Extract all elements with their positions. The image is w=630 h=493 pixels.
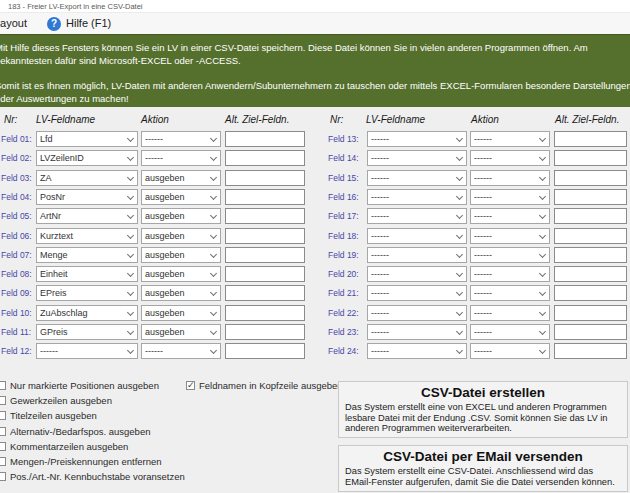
aktion-select[interactable]: ausgeben	[141, 305, 221, 321]
option-checkbox-label[interactable]: Gewerkzeilen ausgeben	[10, 395, 112, 407]
lv-feldname-select[interactable]: ------	[367, 228, 467, 244]
aktion-select[interactable]: ------	[470, 228, 550, 244]
feldnamen-kopfzeile-checkbox[interactable]	[186, 381, 195, 390]
option-checkbox-label[interactable]: Pos./Art.-Nr. Kennbuchstabe voransetzen	[10, 471, 185, 483]
lv-feldname-select[interactable]: ------	[367, 170, 467, 186]
lv-feldname-select[interactable]: ------	[367, 324, 467, 340]
option-checkbox-label[interactable]: Alternativ-/Bedarfspos. ausgeben	[10, 426, 150, 438]
lv-feldname-select[interactable]: Einheit	[36, 266, 138, 282]
aktion-select[interactable]: ------	[470, 324, 550, 340]
lv-feldname-select[interactable]: EPreis	[36, 285, 138, 301]
alt-ziel-feldname-input[interactable]	[554, 131, 627, 147]
aktion-select[interactable]: ausgeben	[141, 208, 221, 224]
alt-ziel-feldname-input[interactable]	[225, 266, 305, 282]
aktion-select[interactable]: ------	[470, 170, 550, 186]
email-csv-title: CSV-Datei per EMail versenden	[339, 449, 627, 464]
feldnamen-kopfzeile-label[interactable]: Feldnamen in Kopfzeile ausgeben	[199, 380, 343, 392]
field-row: Feld 05: ArtNr ausgeben	[0, 208, 310, 224]
aktion-select[interactable]: ausgeben	[141, 285, 221, 301]
aktion-select[interactable]: ausgeben	[141, 189, 221, 205]
create-csv-button[interactable]: CSV-Datei erstellen Das System erstellt …	[338, 381, 628, 438]
option-checkbox[interactable]	[0, 442, 6, 451]
aktion-select[interactable]: ausgeben	[141, 266, 221, 282]
aktion-select[interactable]: ------	[470, 266, 550, 282]
option-checkbox[interactable]	[0, 457, 6, 466]
chevron-down-icon	[456, 174, 463, 181]
option-checkbox-label[interactable]: Nur markierte Positionen ausgeben	[10, 380, 159, 392]
option-checkbox[interactable]	[0, 472, 6, 481]
menu-item-help[interactable]: Hilfe (F1)	[66, 13, 111, 34]
lv-feldname-select[interactable]: ZA	[36, 170, 138, 186]
aktion-select[interactable]: ausgeben	[141, 324, 221, 340]
lv-feldname-select[interactable]: ------	[367, 343, 467, 359]
alt-ziel-feldname-input[interactable]	[225, 131, 305, 147]
aktion-select[interactable]: ------	[470, 150, 550, 166]
aktion-select[interactable]: ausgeben	[141, 228, 221, 244]
alt-ziel-feldname-input[interactable]	[554, 189, 627, 205]
aktion-select[interactable]: ------	[470, 305, 550, 321]
alt-ziel-feldname-input[interactable]	[554, 170, 627, 186]
alt-ziel-feldname-input[interactable]	[554, 150, 627, 166]
alt-ziel-feldname-input[interactable]	[225, 228, 305, 244]
lv-feldname-select[interactable]: ------	[367, 247, 467, 263]
alt-ziel-feldname-input[interactable]	[225, 208, 305, 224]
aktion-select[interactable]: ------	[470, 285, 550, 301]
lv-feldname-select[interactable]: Menge	[36, 247, 138, 263]
lv-feldname-select[interactable]: ------	[367, 266, 467, 282]
lv-feldname-select[interactable]: ------	[367, 131, 467, 147]
option-checkbox-label[interactable]: Titelzeilen ausgeben	[10, 410, 97, 422]
aktion-select[interactable]: ------	[470, 208, 550, 224]
lv-feldname-select[interactable]: ------	[367, 208, 467, 224]
aktion-select[interactable]: ------	[141, 343, 221, 359]
alt-ziel-feldname-input[interactable]	[225, 170, 305, 186]
field-row: Feld 10: ZuAbschlag ausgeben	[0, 305, 310, 321]
lv-feldname-select[interactable]: ------	[367, 305, 467, 321]
alt-ziel-feldname-input[interactable]	[554, 266, 627, 282]
alt-ziel-feldname-input[interactable]	[554, 343, 627, 359]
alt-ziel-feldname-input[interactable]	[554, 208, 627, 224]
alt-ziel-feldname-input[interactable]	[554, 285, 627, 301]
aktion-select[interactable]: ausgeben	[141, 170, 221, 186]
option-checkbox[interactable]	[0, 411, 6, 420]
menu-item-layout[interactable]: Layout	[0, 13, 27, 34]
aktion-select[interactable]: ausgeben	[141, 247, 221, 263]
header-nr: Nr:	[330, 114, 343, 125]
alt-ziel-feldname-input[interactable]	[554, 228, 627, 244]
lv-feldname-select[interactable]: ------	[367, 150, 467, 166]
aktion-select[interactable]: ------	[470, 247, 550, 263]
aktion-select[interactable]: ------	[470, 131, 550, 147]
help-icon[interactable]: ?	[47, 17, 61, 31]
lv-feldname-select[interactable]: Lfd	[36, 131, 138, 147]
aktion-select[interactable]: ------	[470, 343, 550, 359]
chevron-down-icon	[456, 231, 463, 238]
aktion-select[interactable]: ------	[141, 150, 221, 166]
lv-feldname-select[interactable]: ArtNr	[36, 208, 138, 224]
lv-feldname-select[interactable]: GPreis	[36, 324, 138, 340]
field-row: Feld 09: EPreis ausgeben	[0, 285, 310, 301]
alt-ziel-feldname-input[interactable]	[225, 189, 305, 205]
alt-ziel-feldname-input[interactable]	[225, 150, 305, 166]
email-csv-button[interactable]: CSV-Datei per EMail versenden Das System…	[338, 445, 628, 492]
alt-ziel-feldname-input[interactable]	[225, 343, 305, 359]
option-checkbox[interactable]	[0, 381, 6, 390]
alt-ziel-feldname-input[interactable]	[554, 305, 627, 321]
option-checkbox-label[interactable]: Mengen-/Preiskennungen entfernen	[10, 456, 162, 468]
lv-feldname-select[interactable]: ------	[367, 189, 467, 205]
alt-ziel-feldname-input[interactable]	[554, 247, 627, 263]
aktion-select[interactable]: ------	[141, 131, 221, 147]
option-checkbox[interactable]	[0, 396, 6, 405]
alt-ziel-feldname-input[interactable]	[554, 324, 627, 340]
option-checkbox-label[interactable]: Kommentarzeilen ausgeben	[10, 441, 128, 453]
alt-ziel-feldname-input[interactable]	[225, 305, 305, 321]
lv-feldname-select[interactable]: Kurztext	[36, 228, 138, 244]
alt-ziel-feldname-input[interactable]	[225, 285, 305, 301]
aktion-select[interactable]: ------	[470, 189, 550, 205]
lv-feldname-select[interactable]: ZuAbschlag	[36, 305, 138, 321]
alt-ziel-feldname-input[interactable]	[225, 324, 305, 340]
alt-ziel-feldname-input[interactable]	[225, 247, 305, 263]
lv-feldname-select[interactable]: ------	[367, 285, 467, 301]
option-checkbox[interactable]	[0, 427, 6, 436]
lv-feldname-select[interactable]: ------	[36, 343, 138, 359]
lv-feldname-select[interactable]: LVZeilenID	[36, 150, 138, 166]
lv-feldname-select[interactable]: PosNr	[36, 189, 138, 205]
